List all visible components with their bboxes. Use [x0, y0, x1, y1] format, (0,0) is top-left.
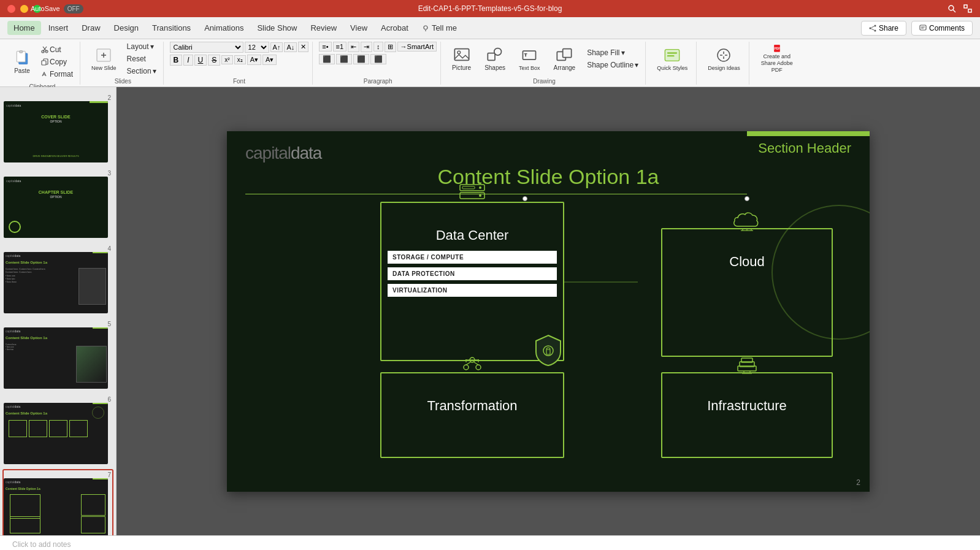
infrastructure-box[interactable]: Infrastructure [661, 372, 833, 458]
align-right[interactable]: ⬛ [353, 54, 369, 64]
shapes-button[interactable]: Shapes [480, 44, 510, 74]
align-center[interactable]: ⬛ [336, 54, 352, 64]
bold-button[interactable]: B [170, 55, 183, 66]
svg-point-6 [874, 25, 876, 26]
header-accent-bar [747, 131, 870, 136]
svg-line-56 [466, 362, 471, 365]
format-button[interactable]: Format [38, 69, 76, 80]
svg-point-54 [476, 365, 481, 370]
justify[interactable]: ⬛ [370, 54, 386, 64]
fullscreen-icon[interactable] [963, 4, 973, 13]
canvas-area[interactable]: capitaldata Section Header Content Slide… [117, 87, 980, 535]
font-group-label: Font [233, 78, 245, 85]
menu-draw[interactable]: Draw [75, 21, 106, 35]
menu-transitions[interactable]: Transitions [146, 21, 197, 35]
slide-thumb-3[interactable]: 3 capitaldata CHAPTER SLIDEOPTION [2, 167, 113, 239]
cloud-icon [732, 211, 762, 236]
font-size-increase[interactable]: A↑ [270, 42, 283, 52]
shapes-label: Shapes [484, 64, 505, 71]
menu-tell-me[interactable]: Tell me [416, 21, 463, 35]
text-box-label: Text Box [519, 65, 540, 71]
columns-button[interactable]: ⊞ [385, 42, 396, 52]
slide-thumb-7[interactable]: 7 capitaldata Content Slide Option 1a [2, 469, 113, 535]
underline-button[interactable]: U [194, 55, 207, 66]
design-ideas-group: Design Ideas [699, 42, 749, 85]
autosave-toggle[interactable]: OFF [64, 4, 83, 13]
svg-point-39 [718, 49, 730, 61]
transformation-box[interactable]: Transformation [380, 372, 564, 458]
new-slide-button[interactable]: New Slide [86, 44, 121, 74]
adobe-group: PDF Create and Share Adobe PDF [752, 42, 802, 85]
minimize-button[interactable] [20, 5, 28, 13]
bullet-list-button[interactable]: ≡• [319, 42, 331, 52]
picture-button[interactable]: Picture [447, 44, 476, 74]
decrease-indent[interactable]: ⇤ [348, 42, 359, 52]
notes-area[interactable]: Click to add notes [0, 535, 980, 550]
increase-indent[interactable]: ⇥ [361, 42, 372, 52]
dc-tag-protection: DATA PROTECTION [388, 267, 557, 280]
align-left[interactable]: ⬛ [319, 54, 335, 64]
design-ideas-button[interactable]: Design Ideas [703, 42, 745, 76]
superscript-button[interactable]: x² [221, 55, 232, 64]
comments-button[interactable]: Comments [911, 21, 973, 36]
infrastructure-icon [732, 355, 762, 380]
share-button[interactable]: Share [861, 21, 906, 36]
menu-review[interactable]: Review [304, 21, 343, 35]
copy-button[interactable]: Copy [38, 56, 76, 67]
arrange-button[interactable]: Arrange [549, 44, 581, 74]
quick-styles-button[interactable]: Quick Styles [652, 42, 692, 76]
shape-outline-button[interactable]: Shape Outline ▾ [584, 59, 641, 71]
create-adobe-pdf-button[interactable]: PDF Create and Share Adobe PDF [756, 42, 798, 76]
autosave-area: AutoSave OFF [31, 4, 83, 13]
menubar-right-buttons: Share Comments [861, 21, 973, 36]
svg-point-61 [465, 359, 467, 361]
menu-insert[interactable]: Insert [42, 21, 75, 35]
selection-handle-tm[interactable] [523, 196, 527, 201]
infrastructure-title: Infrastructure [662, 398, 832, 414]
line-spacing-button[interactable]: ↕ [373, 42, 383, 52]
font-color-button[interactable]: A▾ [262, 55, 277, 65]
subscript-button[interactable]: x₂ [234, 55, 246, 64]
font-family-select[interactable]: Calibri [170, 42, 243, 53]
svg-point-53 [464, 365, 469, 370]
svg-rect-35 [563, 49, 572, 58]
slides-group: New Slide Layout ▾ Reset Section ▾ Slide… [83, 42, 164, 85]
italic-button[interactable]: I [183, 55, 193, 66]
shape-fill-button[interactable]: Shape Fill ▾ [584, 47, 641, 58]
slide-divider [245, 194, 747, 194]
svg-rect-27 [454, 49, 469, 61]
menu-home[interactable]: Home [7, 21, 41, 35]
font-group: Calibri 12 A↑ A↓ ✕ B I U S x² x₂ A▾ A▾ F… [166, 42, 313, 85]
menu-animations[interactable]: Animations [198, 21, 250, 35]
menu-design[interactable]: Design [108, 21, 145, 35]
menu-slideshow[interactable]: Slide Show [251, 21, 303, 35]
section-button[interactable]: Section ▾ [124, 66, 159, 77]
text-highlight-button[interactable]: A▾ [247, 55, 261, 65]
slide-thumb-4[interactable]: 4 capitaldata Content Slide Option 1a Co… [2, 243, 113, 315]
autosave-label: AutoSave [31, 5, 60, 12]
text-box-button[interactable]: Text Box [514, 44, 545, 74]
font-size-select[interactable]: 12 [245, 42, 269, 53]
paste-button[interactable]: Paste [9, 47, 36, 77]
strikethrough-button[interactable]: S [208, 55, 220, 66]
svg-point-7 [869, 27, 871, 29]
search-icon[interactable] [947, 4, 957, 13]
slide-canvas[interactable]: capitaldata Section Header Content Slide… [227, 131, 870, 492]
clear-format-button[interactable]: ✕ [298, 42, 308, 52]
copy-label: Copy [50, 58, 67, 66]
cut-button[interactable]: Cut [38, 44, 76, 55]
close-button[interactable] [7, 5, 15, 13]
smartart-button[interactable]: →SmartArt [397, 42, 437, 52]
selection-handle-tr[interactable] [745, 196, 749, 201]
font-size-decrease[interactable]: A↓ [284, 42, 297, 52]
slide-thumb-2[interactable]: 2 capitaldata COVER SLIDEOPTION DRIVE IN… [2, 92, 113, 164]
layout-button[interactable]: Layout ▾ [124, 41, 159, 52]
svg-rect-31 [523, 51, 536, 59]
menu-acrobat[interactable]: Acrobat [375, 21, 415, 35]
menu-view[interactable]: View [344, 21, 373, 35]
slide-thumb-5[interactable]: 5 capitaldata Content Slide Option 1a Co… [2, 318, 113, 390]
numbered-list-button[interactable]: ≡1 [333, 42, 347, 52]
slide-thumb-6[interactable]: 6 capitaldata Content Slide Option 1a [2, 394, 113, 465]
reset-button[interactable]: Reset [124, 53, 159, 64]
cloud-box[interactable]: Cloud [661, 228, 833, 357]
